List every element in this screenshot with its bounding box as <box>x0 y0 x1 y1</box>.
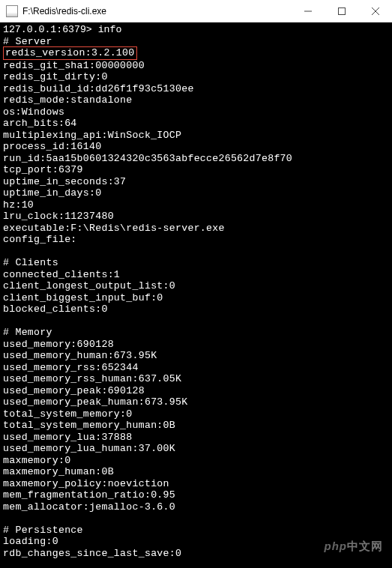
clients-section: connected_clients:1client_longest_output… <box>3 269 389 315</box>
output-line: lru_clock:11237480 <box>3 211 389 223</box>
prompt-line: 127.0.0.1:6379> info <box>3 24 389 36</box>
output-line: redis_build_id:dd26f1f93c5130ee <box>3 83 389 95</box>
output-line: client_biggest_input_buf:0 <box>3 292 389 304</box>
output-line: os:Windows <box>3 106 389 118</box>
output-line: process_id:16140 <box>3 141 389 153</box>
minimize-button[interactable] <box>291 0 325 22</box>
output-line: maxmemory:0 <box>3 455 389 467</box>
output-line: client_longest_output_list:0 <box>3 280 389 292</box>
output-line: used_memory_rss:652344 <box>3 362 389 374</box>
app-icon <box>6 5 18 17</box>
output-line: mem_allocator:jemalloc-3.6.0 <box>3 501 389 513</box>
output-line: used_memory_lua_human:37.00K <box>3 443 389 455</box>
output-line: uptime_in_seconds:37 <box>3 176 389 188</box>
output-line: multiplexing_api:WinSock_IOCP <box>3 130 389 142</box>
section-header-server: # Server <box>3 36 389 48</box>
output-line: executable:F:\Redis\redis-server.exe <box>3 223 389 235</box>
output-line: used_memory_rss_human:637.05K <box>3 373 389 385</box>
output-line: connected_clients:1 <box>3 269 389 281</box>
memory-section: used_memory:690128used_memory_human:673.… <box>3 339 389 513</box>
output-line: redis_git_sha1:00000000 <box>3 60 389 72</box>
watermark-suffix: 中文网 <box>347 540 383 552</box>
prompt-host: 127.0.0.1:6379> <box>3 24 92 35</box>
output-line: run_id:5aa15b0601324320c3563abfecce26562… <box>3 153 389 165</box>
output-line: arch_bits:64 <box>3 118 389 130</box>
output-line: mem_fragmentation_ratio:0.95 <box>3 489 389 501</box>
window-controls <box>291 0 392 22</box>
window-titlebar: F:\Redis\redis-cli.exe <box>0 0 392 22</box>
output-line: used_memory_peak:690128 <box>3 385 389 397</box>
output-line: total_system_memory:0 <box>3 408 389 420</box>
output-line: redis_git_dirty:0 <box>3 71 389 83</box>
output-line: config_file: <box>3 234 389 246</box>
blank-line <box>3 315 389 327</box>
output-line: used_memory_peak_human:673.95K <box>3 396 389 408</box>
terminal-output[interactable]: 127.0.0.1:6379> info # Server redis_vers… <box>0 22 392 568</box>
output-line: used_memory:690128 <box>3 339 389 351</box>
output-line: total_system_memory_human:0B <box>3 420 389 432</box>
redis-version-line: redis_version:3.2.100 <box>3 47 389 60</box>
output-line: maxmemory_policy:noeviction <box>3 478 389 490</box>
close-button[interactable] <box>358 0 392 22</box>
output-line: used_memory_lua:37888 <box>3 432 389 444</box>
output-line: redis_mode:standalone <box>3 94 389 106</box>
server-section: redis_git_sha1:00000000redis_git_dirty:0… <box>3 60 389 246</box>
section-header-clients: # Clients <box>3 257 389 269</box>
section-header-memory: # Memory <box>3 327 389 339</box>
watermark-prefix: php <box>325 540 348 552</box>
blank-line <box>3 513 389 525</box>
output-line: blocked_clients:0 <box>3 303 389 315</box>
maximize-button[interactable] <box>325 0 358 22</box>
prompt-command: info <box>98 24 122 35</box>
output-line: hz:10 <box>3 199 389 211</box>
blank-line <box>3 246 389 258</box>
svg-rect-1 <box>338 8 345 15</box>
section-header-persistence: # Persistence <box>3 525 389 537</box>
window-title: F:\Redis\redis-cli.exe <box>22 6 291 16</box>
output-line: uptime_in_days:0 <box>3 187 389 199</box>
version-highlight: redis_version:3.2.100 <box>3 46 137 60</box>
output-line: tcp_port:6379 <box>3 164 389 176</box>
watermark: php中文网 <box>325 540 384 552</box>
output-line: used_memory_human:673.95K <box>3 350 389 362</box>
output-line: maxmemory_human:0B <box>3 466 389 478</box>
